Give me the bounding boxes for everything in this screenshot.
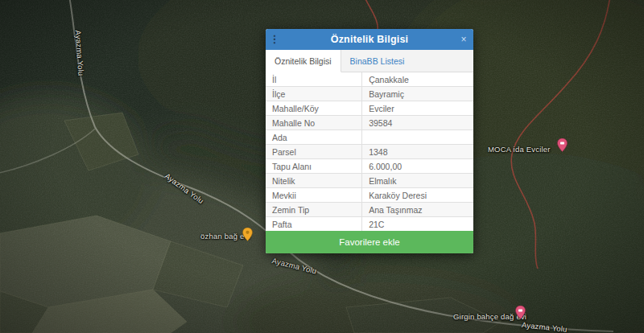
close-icon[interactable]: × <box>454 29 473 50</box>
row-value: 6.000,00 <box>362 159 473 174</box>
row-value: Çanakkale <box>362 72 473 87</box>
table-row: İl Çanakkale <box>266 72 473 87</box>
row-label: Ada <box>266 130 362 145</box>
row-label: Nitelik <box>266 174 362 188</box>
row-value: Karaköy Deresi <box>362 188 473 203</box>
tab-binabb-listesi[interactable]: BinaBB Listesi <box>341 50 414 72</box>
row-label: Mevkii <box>266 188 362 203</box>
table-row: İlçe Bayramiç <box>266 87 473 101</box>
pin-place-icon[interactable] <box>242 228 253 241</box>
row-value: Evciler <box>362 101 473 116</box>
dialog-tabs: Öznitelik Bilgisi BinaBB Listesi <box>266 50 473 72</box>
table-row: Ada <box>266 130 473 145</box>
row-value: Ana Taşınmaz <box>362 203 473 217</box>
table-row: Pafta 21C <box>266 217 473 232</box>
row-label: Mahalle No <box>266 116 362 130</box>
row-label: Mahalle/Köy <box>266 101 362 116</box>
row-value <box>362 130 473 145</box>
attribute-table: İl Çanakkale İlçe Bayramiç Mahalle/Köy E… <box>266 72 473 231</box>
row-label: Zemin Tip <box>266 203 362 217</box>
table-row: Parsel 1348 <box>266 145 473 159</box>
dialog-title: Öznitelik Bilgisi <box>266 34 473 45</box>
row-label: Tapu Alanı <box>266 159 362 174</box>
row-value: Elmalık <box>362 174 473 188</box>
attribute-info-dialog: ⋮ Öznitelik Bilgisi × Öznitelik Bilgisi … <box>266 29 473 253</box>
pin-lodging-icon[interactable] <box>515 306 526 319</box>
table-row: Mevkii Karaköy Deresi <box>266 188 473 203</box>
table-row: Mahalle No 39584 <box>266 116 473 130</box>
row-label: İlçe <box>266 87 362 101</box>
table-row: Zemin Tip Ana Taşınmaz <box>266 203 473 217</box>
tab-oznitelik-bilgisi[interactable]: Öznitelik Bilgisi <box>266 50 341 72</box>
dialog-header: ⋮ Öznitelik Bilgisi × <box>266 29 473 50</box>
table-row: Tapu Alanı 6.000,00 <box>266 159 473 174</box>
row-value: 21C <box>362 217 473 232</box>
pin-lodging-icon[interactable] <box>557 138 568 152</box>
add-to-favorites-button[interactable]: Favorilere ekle <box>266 231 473 253</box>
table-row: Nitelik Elmalık <box>266 174 473 188</box>
row-value: Bayramiç <box>362 87 473 101</box>
kebab-menu-icon[interactable]: ⋮ <box>266 29 283 50</box>
row-label: Parsel <box>266 145 362 159</box>
table-row: Mahalle/Köy Evciler <box>266 101 473 116</box>
row-label: Pafta <box>266 217 362 232</box>
row-label: İl <box>266 72 362 87</box>
row-value: 1348 <box>362 145 473 159</box>
row-value: 39584 <box>362 116 473 130</box>
